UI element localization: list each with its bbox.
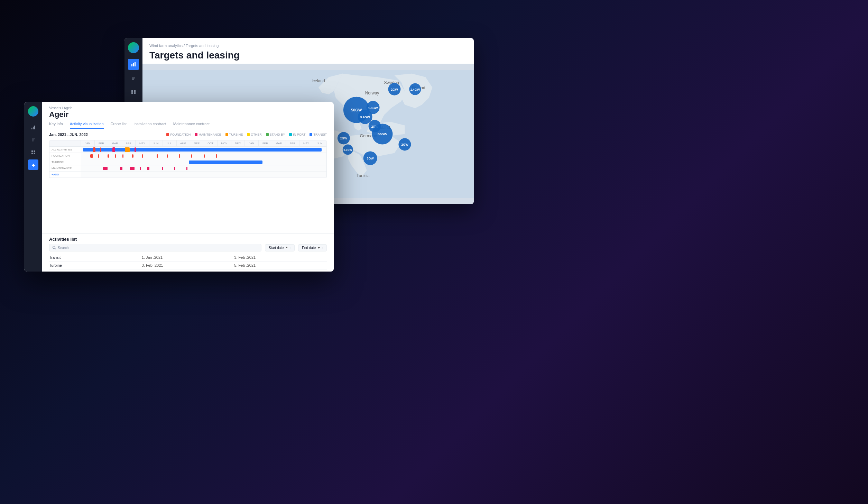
activity-end-turbine: 5. Feb .2021	[234, 263, 327, 267]
activity-start-transit: 1. Jan .2021	[142, 255, 234, 259]
search-placeholder: Search	[58, 246, 69, 250]
svg-text:1.4GW: 1.4GW	[410, 88, 420, 91]
legend-other: OTHER	[247, 133, 262, 136]
legend-inport: IN PORT	[289, 133, 305, 136]
tab-installation-contract[interactable]: Installation contract	[133, 122, 166, 129]
svg-rect-3	[131, 90, 133, 92]
svg-rect-5	[131, 92, 133, 94]
front-nav-chart[interactable]	[28, 122, 38, 132]
svg-text:Tunisia: Tunisia	[357, 173, 370, 178]
search-row: Search Start date : End date :	[49, 244, 327, 251]
add-bars	[81, 172, 326, 177]
turbine-bars	[81, 159, 326, 165]
front-content: Vessels / Ageir Ageir Key info Activity …	[42, 102, 334, 272]
activities-title: Activities list	[49, 237, 327, 242]
activity-name-transit: Transit	[49, 255, 142, 259]
svg-text:5.9GW: 5.9GW	[360, 116, 370, 119]
sort-end-date[interactable]: End date :	[298, 244, 327, 251]
activity-section: Jan. 2021 - JUN. 2022 FOUNDATION MAINTEN…	[42, 129, 334, 233]
date-range: Jan. 2021 - JUN. 2022	[49, 132, 88, 137]
svg-rect-2	[135, 62, 136, 66]
svg-text:Norway: Norway	[365, 91, 379, 95]
table-row-turbine: Turbine 3. Feb .2021 5. Feb .2021	[49, 262, 327, 269]
gantt-row-foundation: FOUNDATION	[49, 153, 326, 159]
back-nav-analytics[interactable]	[128, 59, 139, 70]
sort-up-icon	[285, 246, 288, 249]
svg-rect-4	[134, 90, 136, 92]
svg-rect-58	[34, 153, 35, 154]
activity-name-turbine: Turbine	[49, 263, 142, 267]
legend: FOUNDATION MAINTENANCE TURBINE OTHER	[166, 133, 327, 136]
svg-rect-1	[133, 63, 134, 66]
legend-turbine: TURBINE	[225, 133, 243, 136]
foundation-bars	[81, 153, 326, 159]
front-nav-flow[interactable]	[28, 135, 38, 145]
svg-point-60	[53, 246, 55, 249]
back-header: Wind farm analytics / Targets and leasin…	[142, 38, 474, 64]
tab-crane-list[interactable]: Crane list	[111, 122, 127, 129]
svg-rect-52	[31, 128, 33, 129]
gantt-header: JAN FEB MAR APR MAY JUN JUL AUG SEP OCT …	[49, 140, 326, 147]
front-breadcrumb: Vessels / Ageir	[49, 106, 327, 110]
gantt-row-add[interactable]: +ADD	[49, 172, 326, 178]
gantt-row-maintenance: MAINTENANCE	[49, 165, 326, 172]
gantt-row-turbine: TURBINE	[49, 159, 326, 165]
maintenance-bars	[81, 165, 326, 171]
svg-text:2GW: 2GW	[391, 88, 398, 91]
activity-start-turbine: 3. Feb .2021	[142, 263, 234, 267]
svg-rect-57	[31, 153, 33, 154]
front-nav-grid[interactable]	[28, 147, 38, 157]
all-activities-bars	[81, 147, 326, 153]
svg-text:2GW: 2GW	[340, 137, 348, 140]
front-logo-icon	[28, 106, 38, 117]
tab-maintenance-contract[interactable]: Maintenance contract	[173, 122, 210, 129]
activity-end-transit: 3. Feb .2021	[234, 255, 327, 259]
gantt-row-all: ALL ACTIVITIES	[49, 147, 326, 153]
front-title: Ageir	[49, 110, 327, 119]
svg-rect-59	[33, 166, 34, 167]
gantt-months: JAN FEB MAR APR MAY JUN JUL AUG SEP OCT …	[81, 140, 326, 146]
back-nav-grid[interactable]	[128, 86, 139, 98]
tab-key-info[interactable]: Key info	[49, 122, 63, 129]
front-nav-vessel[interactable]	[28, 159, 38, 170]
legend-standby: STAND BY	[266, 133, 285, 136]
svg-rect-6	[134, 92, 136, 94]
sort-down-icon	[317, 246, 321, 249]
svg-text:1.5GW: 1.5GW	[368, 106, 378, 110]
search-box[interactable]: Search	[49, 244, 261, 251]
svg-text:Iceland: Iceland	[312, 79, 325, 83]
sort-start-date[interactable]: Start date :	[265, 244, 295, 251]
tab-activity-visualization[interactable]: Activity visualization	[70, 122, 104, 129]
front-tabs: Key info Activity visualization Crane li…	[49, 122, 327, 129]
back-breadcrumb: Wind farm analytics / Targets and leasin…	[149, 44, 467, 48]
svg-text:2GW: 2GW	[401, 143, 408, 146]
back-title: Targets and leasing	[149, 50, 467, 61]
gantt-chart: JAN FEB MAR APR MAY JUN JUL AUG SEP OCT …	[49, 140, 327, 178]
svg-rect-53	[33, 127, 34, 129]
legend-foundation: FOUNDATION	[166, 133, 191, 136]
svg-rect-55	[31, 150, 33, 152]
front-sidebar	[24, 102, 42, 272]
legend-maintenance: MAINTENANCE	[195, 133, 221, 136]
front-header: Vessels / Ageir Ageir Key info Activity …	[42, 102, 334, 129]
svg-text:0.9GW: 0.9GW	[343, 148, 352, 152]
svg-rect-56	[34, 150, 35, 152]
svg-text:30GW: 30GW	[377, 132, 387, 136]
activities-list: Activities list Search Start date : End …	[42, 233, 334, 272]
svg-text:3GW: 3GW	[367, 157, 374, 160]
back-nav-flow[interactable]	[128, 73, 139, 84]
svg-rect-0	[131, 64, 132, 66]
table-row-transit: Transit 1. Jan .2021 3. Feb .2021	[49, 254, 327, 262]
back-logo-icon	[128, 42, 139, 53]
svg-rect-54	[34, 126, 35, 129]
front-monitor: Vessels / Ageir Ageir Key info Activity …	[24, 102, 334, 272]
svg-line-61	[55, 248, 56, 249]
legend-transit: TRANSIT	[310, 133, 327, 136]
search-icon	[52, 246, 56, 250]
